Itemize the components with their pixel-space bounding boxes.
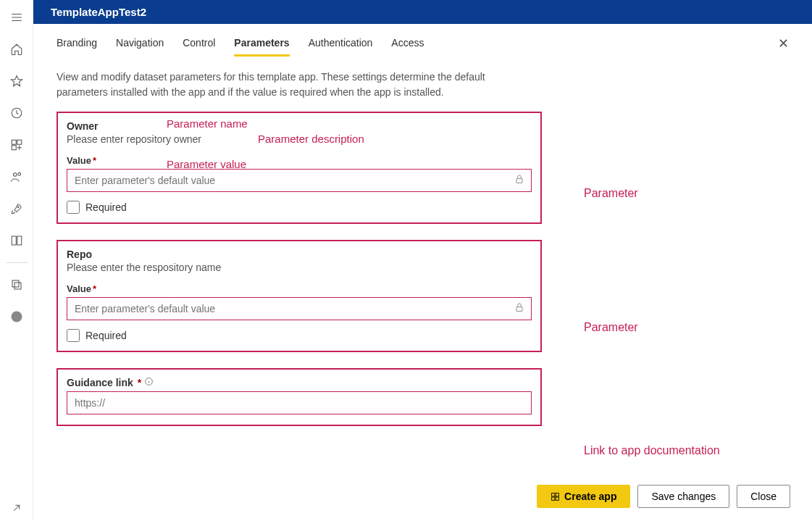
required-checkbox-owner[interactable]: Required: [67, 201, 532, 214]
svg-rect-1: [12, 140, 16, 144]
svg-rect-3: [12, 146, 16, 150]
tabs: Branding Navigation Control Parameters A…: [56, 34, 789, 57]
left-rail: [0, 0, 33, 521]
rocket-icon[interactable]: [4, 196, 30, 222]
close-icon[interactable]: ✕: [778, 36, 789, 51]
workspace-avatar-icon[interactable]: [4, 304, 30, 330]
tab-control[interactable]: Control: [183, 34, 215, 57]
guidance-input[interactable]: [67, 391, 532, 414]
parameter-block-repo: Repo Please enter the respository name V…: [56, 240, 542, 352]
info-icon[interactable]: [144, 377, 154, 388]
svg-rect-16: [556, 497, 558, 500]
copy-icon[interactable]: [4, 272, 30, 298]
close-button[interactable]: Close: [737, 485, 790, 508]
tab-authentication[interactable]: Authentication: [309, 34, 373, 57]
svg-rect-10: [516, 179, 522, 183]
tab-parameters[interactable]: Parameters: [234, 34, 289, 57]
guidance-block: Guidance link*: [56, 368, 542, 426]
page-description: View and modify dataset parameters for t…: [56, 70, 535, 100]
tab-access[interactable]: Access: [391, 34, 424, 57]
main-area: TemplateAppTest2 ✕ Branding Navigation C…: [33, 0, 812, 521]
lock-icon[interactable]: [514, 302, 524, 314]
apps-icon[interactable]: [4, 132, 30, 158]
tab-branding[interactable]: Branding: [56, 34, 97, 57]
guidance-label: Guidance link*: [67, 377, 154, 388]
annotation-parameter-2: Parameter: [584, 321, 638, 334]
annotation-param-name: Parameter name: [167, 117, 248, 130]
title-bar: TemplateAppTest2: [33, 0, 812, 24]
create-app-button[interactable]: Create app: [537, 485, 630, 508]
svg-point-9: [11, 312, 22, 322]
annotation-link: Link to app documentation: [584, 444, 720, 457]
annotation-parameter-1: Parameter: [584, 187, 638, 200]
parameter-block-owner: Parameter name Parameter description Par…: [56, 112, 542, 224]
param-desc-repo: Please enter the respository name: [67, 262, 532, 273]
content-area: ✕ Branding Navigation Control Parameters…: [33, 24, 812, 521]
required-checkbox-repo[interactable]: Required: [67, 329, 532, 342]
svg-rect-7: [14, 283, 21, 289]
svg-point-5: [17, 172, 20, 175]
value-label-repo: Value*: [67, 283, 532, 294]
svg-point-6: [17, 207, 19, 208]
expand-icon[interactable]: [4, 495, 30, 521]
hamburger-icon[interactable]: [4, 4, 30, 30]
param-name-repo: Repo: [67, 249, 92, 260]
svg-rect-15: [552, 497, 555, 500]
svg-rect-8: [12, 280, 19, 287]
book-icon[interactable]: [4, 228, 30, 254]
tab-navigation[interactable]: Navigation: [116, 34, 164, 57]
svg-rect-13: [552, 493, 555, 496]
value-input-repo[interactable]: [67, 297, 532, 320]
annotation-param-desc: Parameter description: [258, 133, 364, 145]
svg-rect-2: [17, 140, 21, 144]
param-name-owner: Owner: [67, 120, 99, 132]
lock-icon[interactable]: [514, 174, 524, 186]
value-label-owner: Value*: [67, 155, 532, 166]
clock-icon[interactable]: [4, 100, 30, 126]
svg-rect-14: [556, 493, 558, 496]
value-input-owner[interactable]: [67, 169, 532, 192]
save-changes-button[interactable]: Save changes: [637, 485, 729, 508]
app-title: TemplateAppTest2: [51, 6, 146, 18]
svg-point-4: [13, 173, 17, 177]
svg-rect-11: [516, 307, 522, 312]
bottom-bar: Create app Save changes Close: [537, 485, 790, 508]
star-icon[interactable]: [4, 68, 30, 94]
people-icon[interactable]: [4, 164, 30, 190]
home-icon[interactable]: [4, 36, 30, 62]
